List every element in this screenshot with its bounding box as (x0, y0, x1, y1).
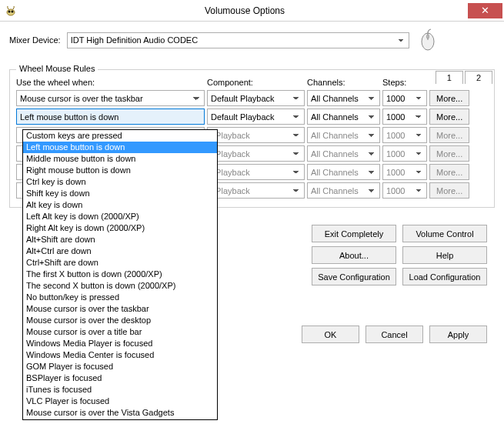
component-select[interactable]: Default Playback (207, 109, 305, 125)
exit-button[interactable]: Exit Completely (312, 225, 396, 242)
component-select[interactable]: t Playback (207, 127, 305, 143)
more-button[interactable]: More... (429, 127, 469, 143)
more-button[interactable]: More... (429, 109, 469, 125)
mixer-label: Mixer Device: (9, 35, 61, 45)
channels-select[interactable]: All Channels (307, 164, 380, 180)
dropdown-option[interactable]: Mouse cursor is over the taskbar (23, 303, 217, 315)
steps-select[interactable]: 1000 (382, 164, 427, 180)
column-headers: Use the wheel when: Component: Channels:… (16, 78, 488, 87)
dropdown-option[interactable]: GOM Player is focused (23, 361, 217, 372)
rule-row: Mouse cursor is over the taskbarDefault … (16, 90, 488, 106)
dropdown-option[interactable]: BSPlayer is focused (23, 372, 217, 384)
channels-select[interactable]: All Channels (307, 90, 380, 106)
component-select[interactable]: t Playback (207, 182, 305, 199)
window-title: Volumouse Options (22, 5, 468, 16)
rule-row: Left mouse button is downDefault Playbac… (16, 109, 488, 125)
dropdown-option[interactable]: Alt+Ctrl are down (23, 245, 217, 257)
apply-button[interactable]: Apply (429, 326, 487, 343)
dropdown-option[interactable]: The first X button is down (2000/XP) (23, 269, 217, 280)
dropdown-option[interactable]: Right mouse button is down (23, 165, 217, 176)
svg-point-0 (7, 9, 15, 15)
help-button[interactable]: Help (402, 246, 487, 264)
dropdown-option[interactable]: Mouse cursor is over a title bar (23, 326, 217, 338)
steps-select[interactable]: 1000 (382, 127, 427, 143)
group-title: Wheel Mouse Rules (16, 64, 98, 73)
about-button[interactable]: About... (312, 246, 396, 264)
titlebar: Volumouse Options ✕ (0, 0, 504, 22)
dropdown-option[interactable]: Custom keys are pressed (23, 130, 217, 142)
steps-select[interactable]: 1000 (382, 90, 427, 106)
dropdown-option[interactable]: Ctrl+Shift are down (23, 257, 217, 269)
component-select[interactable]: Default Playback (207, 90, 305, 106)
header-steps: Steps: (382, 78, 429, 87)
dropdown-option[interactable]: The second X button is down (2000/XP) (23, 280, 217, 292)
steps-select[interactable]: 1000 (382, 182, 427, 199)
steps-select[interactable]: 1000 (382, 109, 427, 125)
header-component: Component: (207, 78, 307, 87)
close-button[interactable]: ✕ (468, 3, 502, 18)
dropdown-option[interactable]: Alt key is down (23, 199, 217, 211)
dropdown-option[interactable]: Mouse cursor is over the Vista Gadgets (23, 407, 217, 419)
more-button[interactable]: More... (429, 182, 469, 199)
cancel-button[interactable]: Cancel (365, 326, 423, 343)
svg-point-2 (12, 10, 14, 12)
dropdown-option[interactable]: Alt+Shift are down (23, 234, 217, 245)
mouse-icon (416, 28, 440, 52)
volume-control-button[interactable]: Volume Control (402, 225, 487, 242)
wheel-condition-select[interactable]: Mouse cursor is over the taskbar (16, 90, 205, 106)
ok-button[interactable]: OK (302, 326, 359, 343)
component-select[interactable]: t Playback (207, 164, 305, 180)
dropdown-option[interactable]: Windows Media Center is focused (23, 349, 217, 361)
dropdown-option[interactable]: Right Alt key is down (2000/XP) (23, 222, 217, 234)
svg-rect-5 (426, 35, 429, 38)
dropdown-option[interactable]: The cursor is on screen corners (23, 419, 217, 420)
channels-select[interactable]: All Channels (307, 127, 380, 143)
dropdown-option[interactable]: Windows Media Player is focused (23, 338, 217, 349)
dropdown-option[interactable]: Left Alt key is down (2000/XP) (23, 211, 217, 222)
wheel-condition-select[interactable]: Left mouse button is down (16, 109, 205, 125)
channels-select[interactable]: All Channels (307, 145, 380, 162)
more-button[interactable]: More... (429, 145, 469, 162)
save-config-button[interactable]: Save Configuration (312, 268, 396, 285)
header-channels: Channels: (307, 78, 382, 87)
steps-select[interactable]: 1000 (382, 145, 427, 162)
more-button[interactable]: More... (429, 90, 469, 106)
header-wheel: Use the wheel when: (16, 78, 207, 87)
dropdown-option[interactable]: iTunes is focused (23, 384, 217, 396)
dropdown-option[interactable]: Shift key is down (23, 188, 217, 199)
load-config-button[interactable]: Load Configuration (402, 268, 487, 285)
dropdown-option[interactable]: Mouse cursor is over the desktop (23, 315, 217, 326)
app-icon (0, 5, 22, 17)
channels-select[interactable]: All Channels (307, 109, 380, 125)
channels-select[interactable]: All Channels (307, 182, 380, 199)
component-select[interactable]: t Playback (207, 145, 305, 162)
dropdown-option[interactable]: Ctrl key is down (23, 176, 217, 188)
dialog-buttons: OK Cancel Apply (302, 326, 487, 343)
more-button[interactable]: More... (429, 164, 469, 180)
dropdown-option[interactable]: Middle mouse button is down (23, 153, 217, 165)
dropdown-option[interactable]: Left mouse button is down (23, 142, 217, 153)
svg-point-1 (8, 10, 11, 12)
action-buttons: Exit Completely Volume Control About... … (312, 225, 487, 285)
dropdown-option[interactable]: No button/key is pressed (23, 292, 217, 303)
mixer-device-select[interactable]: IDT High Definition Audio CODEC (67, 32, 409, 48)
dropdown-option[interactable]: VLC Player is focused (23, 396, 217, 407)
wheel-condition-dropdown[interactable]: Custom keys are pressedLeft mouse button… (22, 129, 218, 420)
